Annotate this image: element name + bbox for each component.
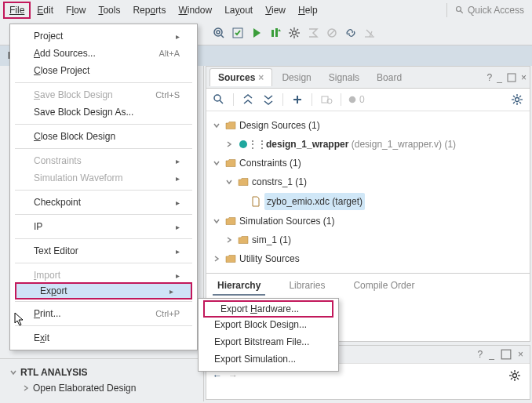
chevron-right-icon bbox=[22, 384, 30, 392]
menu-add-sources[interactable]: Add Sources...Alt+A bbox=[10, 45, 197, 62]
maximize-icon[interactable] bbox=[507, 73, 516, 82]
svg-rect-6 bbox=[271, 30, 274, 37]
quick-access-placeholder: Quick Access bbox=[468, 5, 524, 16]
menu-close-project[interactable]: Close Project bbox=[10, 62, 197, 79]
btab-compile-order[interactable]: Compile Order bbox=[348, 277, 419, 296]
export-submenu: Export Hardware... Export Block Design..… bbox=[198, 298, 339, 372]
chevron-down-icon[interactable] bbox=[225, 178, 235, 186]
filter-search-icon[interactable] bbox=[211, 92, 227, 107]
gear-icon[interactable] bbox=[509, 92, 525, 107]
menu-window[interactable]: Window bbox=[172, 2, 218, 19]
tab-sources[interactable]: Sources× bbox=[210, 68, 272, 86]
gear-icon[interactable] bbox=[506, 367, 523, 384]
minimize-icon[interactable]: _ bbox=[489, 349, 494, 360]
menu-export-hardware[interactable]: Export Hardware... bbox=[203, 300, 333, 318]
chevron-down-icon[interactable] bbox=[213, 159, 222, 167]
svg-line-4 bbox=[221, 35, 224, 38]
messages-icon[interactable]: 0 bbox=[348, 92, 365, 107]
close-icon[interactable]: × bbox=[518, 349, 523, 360]
menu-export[interactable]: Export▸ bbox=[15, 282, 192, 300]
menu-reports[interactable]: Reports bbox=[126, 2, 172, 19]
tree-sim-sources[interactable]: Simulation Sources (1) bbox=[213, 212, 523, 231]
toolbar-validate-icon[interactable] bbox=[229, 24, 246, 42]
menu-edit[interactable]: Edit bbox=[31, 2, 60, 19]
menu-close-block-design[interactable]: Close Block Design bbox=[10, 128, 197, 145]
toolbar-link-icon[interactable] bbox=[342, 24, 359, 42]
menu-view[interactable]: View bbox=[259, 2, 292, 19]
folder-icon bbox=[225, 158, 236, 169]
svg-point-28 bbox=[349, 96, 356, 103]
open-elaborated-design[interactable]: Open Elaborated Design bbox=[9, 383, 194, 394]
top-icon: ⋮⋮ bbox=[252, 139, 263, 150]
menu-save-block-design: Save Block DesignCtrl+S bbox=[10, 86, 197, 103]
chevron-right-icon[interactable] bbox=[213, 255, 222, 263]
back-arrow-icon[interactable]: ← bbox=[213, 370, 222, 381]
svg-line-47 bbox=[517, 372, 519, 373]
menu-tools[interactable]: Tools bbox=[92, 2, 126, 19]
forward-arrow-icon[interactable]: → bbox=[228, 370, 238, 381]
close-icon[interactable]: × bbox=[258, 72, 264, 83]
menu-export-bitstream[interactable]: Export Bitstream File... bbox=[199, 333, 338, 350]
menu-print[interactable]: Print...Ctrl+P bbox=[10, 305, 197, 322]
tab-board[interactable]: Board bbox=[369, 69, 410, 86]
module-icon bbox=[238, 139, 249, 150]
maximize-icon[interactable] bbox=[501, 349, 512, 360]
tab-design[interactable]: Design bbox=[274, 69, 319, 86]
rtl-analysis-header[interactable]: RTL ANALYSIS bbox=[9, 367, 194, 378]
svg-point-2 bbox=[214, 28, 222, 36]
tree-sim-1[interactable]: sim_1 (1) bbox=[213, 231, 523, 249]
tree-wrapper[interactable]: ⋮⋮ design_1_wrapper (design_1_wrapper.v)… bbox=[213, 135, 523, 154]
menu-exit[interactable]: Exit bbox=[10, 329, 197, 347]
menu-export-block-design[interactable]: Export Block Design... bbox=[199, 316, 338, 333]
close-panel-icon[interactable]: × bbox=[521, 72, 527, 83]
chevron-down-icon[interactable] bbox=[213, 122, 222, 129]
menu-export-simulation[interactable]: Export Simulation... bbox=[199, 350, 338, 368]
menu-file[interactable]: File bbox=[3, 2, 31, 19]
chevron-down-icon bbox=[9, 369, 17, 376]
quick-access-field[interactable]: Quick Access bbox=[446, 3, 529, 17]
expand-all-icon[interactable] bbox=[261, 92, 276, 107]
btab-libraries[interactable]: Libraries bbox=[284, 277, 330, 296]
tree-utility-sources[interactable]: Utility Sources bbox=[213, 249, 523, 268]
toolbar-sigma-icon[interactable] bbox=[304, 24, 322, 42]
menu-constraints: Constraints▸ bbox=[10, 152, 197, 169]
menu-project[interactable]: Project▸ bbox=[10, 27, 197, 45]
menu-ip[interactable]: IP▸ bbox=[10, 218, 197, 235]
help-icon[interactable]: ? bbox=[487, 72, 493, 83]
help-icon[interactable]: ? bbox=[478, 349, 483, 360]
btab-hierarchy[interactable]: Hierarchy bbox=[213, 277, 265, 296]
svg-line-45 bbox=[517, 378, 519, 379]
menu-save-block-design-as[interactable]: Save Block Design As... bbox=[10, 103, 197, 121]
menu-text-editor[interactable]: Text Editor▸ bbox=[10, 242, 197, 260]
svg-line-18 bbox=[329, 30, 335, 36]
svg-line-14 bbox=[297, 35, 298, 37]
menu-layout[interactable]: Layout bbox=[218, 2, 259, 19]
chevron-down-icon[interactable] bbox=[213, 217, 222, 225]
sources-tree: Design Sources (1) ⋮⋮ design_1_wrapper (… bbox=[206, 111, 530, 273]
menu-checkpoint[interactable]: Checkpoint▸ bbox=[10, 194, 197, 211]
add-icon[interactable] bbox=[290, 92, 305, 107]
svg-line-46 bbox=[511, 378, 512, 379]
toolbar-settings-icon[interactable] bbox=[286, 24, 303, 42]
toolbar-cancel-icon[interactable] bbox=[323, 24, 341, 42]
folder-icon bbox=[238, 234, 249, 245]
menu-help[interactable]: Help bbox=[292, 2, 324, 19]
svg-line-13 bbox=[290, 29, 292, 31]
menu-flow[interactable]: Flow bbox=[60, 2, 92, 19]
chevron-right-icon[interactable] bbox=[225, 236, 235, 244]
toolbar-run-icon[interactable] bbox=[248, 24, 265, 42]
toolbar-search-icon[interactable] bbox=[210, 24, 228, 42]
tree-design-sources[interactable]: Design Sources (1) bbox=[213, 116, 523, 135]
show-count-icon[interactable] bbox=[319, 92, 334, 107]
toolbar-dashboard-icon[interactable] bbox=[361, 24, 378, 42]
tab-signals[interactable]: Signals bbox=[321, 69, 367, 86]
tree-xdc-file[interactable]: zybo_emio.xdc (target) bbox=[213, 191, 523, 212]
svg-point-39 bbox=[513, 374, 517, 378]
tree-constraints[interactable]: Constraints (1) bbox=[213, 154, 523, 172]
tree-constrs-1[interactable]: constrs_1 (1) bbox=[213, 172, 523, 191]
minimize-icon[interactable]: _ bbox=[497, 72, 502, 83]
chevron-right-icon[interactable] bbox=[225, 140, 235, 148]
toolbar-generate-icon[interactable] bbox=[267, 24, 284, 42]
svg-point-29 bbox=[516, 98, 519, 102]
collapse-all-icon[interactable] bbox=[240, 92, 256, 107]
